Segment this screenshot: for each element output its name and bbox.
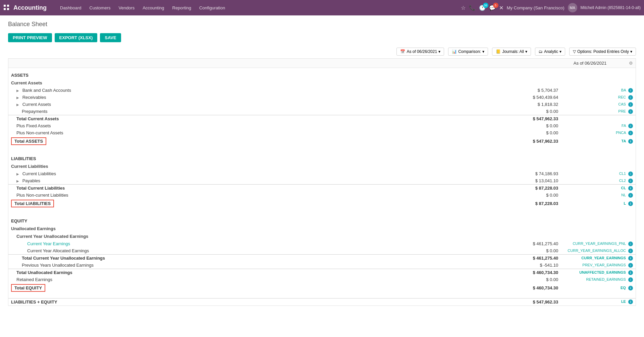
grid-icon[interactable]: [3, 4, 9, 11]
row-code: PNCA i: [565, 129, 636, 136]
info-icon[interactable]: i: [628, 88, 633, 93]
nav-reporting[interactable]: Reporting: [169, 4, 195, 12]
activity-icon[interactable]: 🕐 36: [479, 5, 486, 11]
row-code: FA i: [565, 122, 636, 129]
save-button[interactable]: SAVE: [100, 33, 121, 42]
expand-arrow-icon: ▶: [16, 89, 19, 92]
info-icon[interactable]: i: [628, 201, 633, 206]
total-label: Total Current Year Unallocated Earnings: [8, 255, 498, 262]
row-name: Retained Earnings: [8, 276, 498, 283]
total-code: CURR_YEAR_EARNINGS i: [565, 255, 636, 262]
table-row[interactable]: ▶ Bank and Cash Accounts $ 5,704.37 BA i: [8, 87, 636, 94]
nav-accounting[interactable]: Accounting: [139, 4, 167, 12]
info-icon[interactable]: i: [628, 256, 633, 261]
info-icon[interactable]: i: [628, 299, 633, 304]
info-icon[interactable]: i: [628, 179, 633, 183]
current-assets-subsection-header: Current Assets: [8, 79, 636, 87]
nav-dashboard[interactable]: Dashboard: [57, 4, 85, 12]
chevron-down-icon-5: ▾: [630, 49, 632, 54]
svg-rect-2: [4, 8, 6, 10]
star-icon[interactable]: ☆: [461, 5, 466, 11]
filter-bar: 📅 As of 06/26/2021 ▾ 📊 Comparison: ▾ 📒 J…: [8, 48, 636, 56]
chevron-down-icon: ▾: [438, 49, 440, 54]
company-name[interactable]: My Company (San Francisco): [507, 5, 565, 10]
row-value: $ 0.00: [498, 276, 565, 283]
info-icon[interactable]: i: [628, 286, 633, 290]
nav-customers[interactable]: Customers: [86, 4, 114, 12]
equity-section-header: EQUITY: [8, 214, 636, 225]
assets-section: ASSETS Current Assets ▶ Bank and Cash Ac…: [8, 68, 636, 151]
row-value: $ 0.00: [498, 247, 565, 255]
row-code: CURR_YEAR_EARNINGS_PNL i: [565, 240, 636, 247]
equity-section: EQUITY Unallocated Earnings Current Year…: [8, 214, 636, 298]
info-icon[interactable]: i: [628, 102, 633, 107]
row-name: Previous Years Unallocated Earnings: [8, 262, 498, 269]
divider: [8, 293, 636, 298]
info-icon[interactable]: i: [628, 193, 633, 198]
grand-total-value: $ 460,734.30: [498, 283, 565, 293]
info-icon[interactable]: i: [628, 95, 633, 100]
row-value: $ 0.00: [498, 108, 565, 115]
unallocated-earnings-label: Unallocated Earnings: [8, 225, 636, 232]
info-icon[interactable]: i: [628, 277, 633, 282]
print-preview-button[interactable]: PRINT PREVIEW: [8, 33, 52, 42]
settings-icon[interactable]: ⚙: [629, 61, 633, 66]
nav-configuration[interactable]: Configuration: [196, 4, 228, 12]
user-name[interactable]: Mitchell Admin (8525881-14-0-all): [581, 5, 641, 10]
phone-icon[interactable]: 📞: [469, 5, 476, 11]
info-icon[interactable]: i: [628, 131, 633, 135]
total-current-liabilities-row: Total Current Liabilities $ 87,228.03 CL…: [8, 185, 636, 192]
date-filter[interactable]: 📅 As of 06/26/2021 ▾: [396, 48, 444, 56]
info-icon[interactable]: i: [628, 139, 633, 144]
row-code: CL1 i: [565, 170, 636, 177]
liabilities-section: LIABILITIES Current Liabilities ▶ Curren…: [8, 151, 636, 214]
row-value: $ 5,704.37: [498, 87, 565, 94]
analytic-filter[interactable]: 🗂 Analytic ▾: [535, 48, 565, 56]
date-header-row: As of 06/26/2021 ⚙: [8, 59, 636, 68]
journals-filter[interactable]: 📒 Journals: All ▾: [492, 48, 531, 56]
grand-total-label-cell: Total LIABILITIES: [8, 199, 498, 208]
table-row[interactable]: ▶ Current Assets $ 1,818.32 CAS i: [8, 101, 636, 108]
row-name: ▶ Payables: [8, 177, 498, 185]
row-name: Plus Non-current Assets: [8, 129, 498, 136]
row-value: $ 0.00: [498, 192, 565, 199]
info-icon[interactable]: i: [628, 242, 633, 246]
info-icon[interactable]: i: [628, 270, 633, 275]
info-icon[interactable]: i: [628, 249, 633, 253]
table-row[interactable]: ▶ Receivables $ 540,439.64 REC i: [8, 94, 636, 101]
comparison-filter[interactable]: 📊 Comparison: ▾: [448, 48, 488, 56]
info-icon[interactable]: i: [628, 186, 633, 191]
row-name: ▶ Current Liabilities: [8, 170, 498, 177]
liabilities-label: LIABILITIES: [8, 151, 636, 162]
options-filter[interactable]: ▽ Options: Posted Entries Only ▾: [569, 48, 636, 56]
chart-icon: 📊: [452, 49, 457, 54]
row-code: REC i: [565, 94, 636, 101]
table-row[interactable]: ▶ Current Liabilities $ 74,186.93 CL1 i: [8, 170, 636, 177]
total-liabilities-label: Total LIABILITIES: [11, 200, 54, 207]
total-label: Total Current Liabilities: [8, 185, 498, 192]
grand-total-code: L i: [565, 199, 636, 208]
avatar[interactable]: MA: [568, 3, 577, 12]
row-value: $ 0.00: [498, 122, 565, 129]
total-equity-label: Total EQUITY: [11, 284, 45, 292]
table-row: Current Year Allocated Earnings $ 0.00 C…: [8, 247, 636, 255]
info-icon[interactable]: i: [628, 263, 633, 268]
row-code: RETAINED_EARNINGS i: [565, 276, 636, 283]
nav-vendors[interactable]: Vendors: [115, 4, 138, 12]
folder-icon: 🗂: [539, 49, 543, 54]
row-code: CL2 i: [565, 177, 636, 185]
info-icon[interactable]: i: [628, 109, 633, 114]
book-icon: 📒: [496, 49, 501, 54]
row-value: $ 74,186.93: [498, 170, 565, 177]
journals-label: Journals: All: [502, 49, 524, 54]
total-label: Total Current Assets: [8, 115, 498, 123]
message-icon[interactable]: 💬 5: [489, 5, 496, 11]
top-navigation: Accounting Dashboard Customers Vendors A…: [0, 0, 644, 15]
row-name: Plus Non-current Liabilities: [8, 192, 498, 199]
row-code: PREV_YEAR_EARNINGS i: [565, 262, 636, 269]
table-row[interactable]: ▶ Payables $ 13,041.10 CL2 i: [8, 177, 636, 185]
close-icon[interactable]: ✕: [499, 5, 503, 11]
info-icon[interactable]: i: [628, 172, 633, 176]
info-icon[interactable]: i: [628, 124, 633, 128]
export-button[interactable]: EXPORT (XLSX): [55, 33, 98, 42]
